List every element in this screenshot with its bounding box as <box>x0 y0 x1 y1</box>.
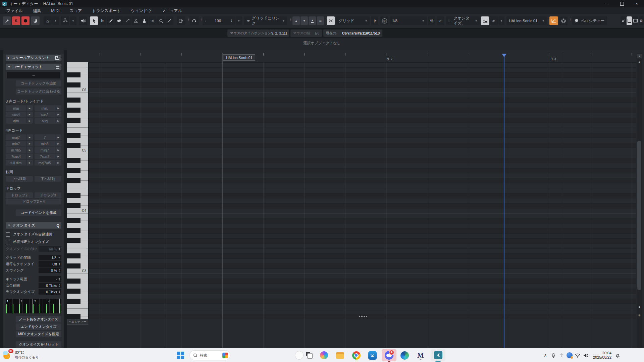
play-chord-icon[interactable]: ▶ <box>27 134 33 140</box>
chord-maj7-button[interactable]: maj7▶ <box>6 134 33 140</box>
window-zones-button[interactable] <box>633 16 638 25</box>
step-input-button[interactable] <box>549 16 558 25</box>
loop-button[interactable] <box>190 16 199 25</box>
medium-button[interactable]: M <box>416 351 425 360</box>
part-borders-dropdown[interactable]: ▼ <box>52 16 59 25</box>
add-chord-track-button[interactable]: コードトラックを追加 <box>16 80 61 86</box>
play-chord-icon[interactable]: ▶ <box>55 118 61 124</box>
acoustic-feedback-button[interactable] <box>31 16 40 25</box>
event-colors-select[interactable]: ベロシティー <box>572 16 607 25</box>
midi-input-options-icon[interactable]: ⋮ <box>569 17 571 22</box>
zoom-tool-button[interactable] <box>157 16 165 25</box>
play-chord-icon[interactable]: ▶ <box>55 134 61 140</box>
insert-velocity-dropdown[interactable]: ▼ <box>235 16 242 25</box>
play-chord-icon[interactable]: ▶ <box>27 141 33 146</box>
chord-min6-button[interactable]: min6▶ <box>35 141 62 146</box>
glue-tool-button[interactable] <box>140 16 148 25</box>
window-layout-button[interactable] <box>627 16 632 25</box>
chord-fulldim-button[interactable]: full dim▶ <box>6 160 33 166</box>
tray-chevron-icon[interactable]: ∧ <box>541 351 549 360</box>
iterative-quantize-button[interactable]: % <box>428 16 435 25</box>
open-in-lower-zone-button[interactable] <box>621 16 626 25</box>
record-in-editor-button[interactable] <box>21 16 30 25</box>
snap-toggle-button[interactable] <box>327 16 335 25</box>
taskbar-app-circle[interactable] <box>294 351 304 360</box>
edit-active-part-button[interactable] <box>61 16 69 25</box>
setup-toolbar-button[interactable]: ⚙ <box>639 16 644 25</box>
quantize-preset-select[interactable]: 1/8▼ <box>390 16 427 25</box>
quantize-ends-button[interactable]: エンドをクオンタイズ <box>16 323 61 330</box>
length-quantize-select[interactable]: L. クオンタイズ.▼ <box>446 16 480 25</box>
maximize-button[interactable] <box>614 0 629 7</box>
play-chord-icon[interactable]: ▶ <box>27 147 33 153</box>
loop-options-icon[interactable]: ⋮ <box>199 17 201 22</box>
mail-button[interactable]: ✉ <box>368 351 377 360</box>
soft-quantize-row[interactable]: 感度指定クオンタイズ <box>6 240 61 244</box>
microphone-icon[interactable] <box>549 351 557 360</box>
layers-view-button[interactable]: ≡ <box>490 16 498 25</box>
scale-assistant-section[interactable]: ▶ スケールアシスタント <box>6 55 61 61</box>
create-chord-event-button[interactable]: コードイベントを作成 <box>16 209 61 216</box>
line-tool-button[interactable] <box>165 16 173 25</box>
zoom-in-icon[interactable]: + <box>637 313 642 318</box>
play-chord-icon[interactable]: ▶ <box>55 112 61 117</box>
velocity-lane-divider[interactable] <box>66 319 637 319</box>
chord-min7-button[interactable]: min7▶ <box>6 141 33 146</box>
list-order-button[interactable]: ≡ <box>317 16 324 25</box>
playhead-line[interactable] <box>504 57 504 348</box>
chord-maj7s5-button[interactable]: maj7/#5▶ <box>35 160 62 166</box>
user-account-icon[interactable] <box>566 351 574 360</box>
strength-field[interactable]: 60 %▲▼ <box>39 246 61 252</box>
menu-manual[interactable]: マニュアル <box>156 8 187 14</box>
lane-resize-handle[interactable] <box>359 316 368 317</box>
chord-m7b5-button[interactable]: m7/b5▶ <box>6 147 33 153</box>
chord-maj-button[interactable]: maj▶ <box>6 105 33 111</box>
weather-widget[interactable]: 9+ 32°C 晴れのちくもり <box>3 350 39 360</box>
minimize-button[interactable] <box>600 0 614 7</box>
zoom-handle-icon[interactable]: ● <box>637 305 642 309</box>
play-chord-icon[interactable]: ▶ <box>55 105 61 111</box>
auto-apply-row[interactable]: クオンタイズを自動適用 <box>6 232 61 237</box>
velocity-lane-label[interactable]: ベロシティー <box>67 319 88 325</box>
quantize-grid-display[interactable]: 1 2 3 4 <box>6 299 61 313</box>
transpose-up-button[interactable]: ▲ <box>309 16 316 25</box>
quantize-lengths-button[interactable]: ノート長をクオンタイズ <box>16 316 61 322</box>
chord-sus2-button[interactable]: sus2▶ <box>35 112 62 117</box>
move-down-inversion-button[interactable]: 下へ移動 <box>35 176 62 182</box>
midi-input-button[interactable] <box>559 16 568 25</box>
wifi-icon[interactable] <box>574 351 582 360</box>
playhead-marker[interactable] <box>502 54 506 57</box>
chord-7-button[interactable]: 7▶ <box>35 134 62 140</box>
velocity-spinner[interactable]: ▲▼ <box>230 19 232 22</box>
freeze-quantize-button[interactable]: MIDI クオンタイズを固定 <box>16 331 61 337</box>
drop2-button[interactable]: ドロップ2 <box>6 192 33 198</box>
chord-edit-section[interactable]: ▼ コードエディット <box>6 64 61 70</box>
chord-dim-button[interactable]: dim▶ <box>6 118 33 124</box>
edited-part-select[interactable]: HALion Sonic 01▼ <box>506 16 547 25</box>
task-view-button[interactable] <box>305 351 314 360</box>
scroll-up-icon[interactable]: ▲ <box>637 60 642 63</box>
rough-quantize-field[interactable]: 0 Ticks▲▼ <box>39 289 61 295</box>
sidebar-divider[interactable] <box>64 50 67 348</box>
split-tool-button[interactable] <box>132 16 140 25</box>
play-chord-icon[interactable]: ▶ <box>55 160 61 166</box>
solo-editor-button[interactable]: S <box>12 16 20 25</box>
erase-tool-button[interactable] <box>115 16 123 25</box>
part-name-chip[interactable]: HALion Sonic 01 <box>223 54 255 61</box>
reset-quantize-button[interactable]: クオンタイズをリセット <box>16 341 61 348</box>
play-chord-icon[interactable]: ▶ <box>27 112 33 117</box>
chord-minj7-button[interactable]: minj7▶ <box>35 147 62 153</box>
insert-velocity-value[interactable]: 100 <box>215 19 221 23</box>
quantize-section[interactable]: ▼ クオンタイズ Q <box>6 222 61 229</box>
drop24-button[interactable]: ドロップ2 + 4 <box>6 199 61 204</box>
chord-aug-button[interactable]: aug▶ <box>35 118 62 124</box>
auto-scroll-button[interactable] <box>177 16 185 25</box>
menu-edit[interactable]: 編集 <box>28 8 46 14</box>
auto-apply-checkbox[interactable] <box>6 232 10 237</box>
range-tool-button[interactable]: I▪ <box>98 16 106 25</box>
copilot-button[interactable] <box>319 351 329 360</box>
chrome-button[interactable] <box>352 351 361 360</box>
menu-midi[interactable]: MIDI <box>46 8 64 13</box>
match-chord-track-button[interactable]: コードトラックに合わせる <box>16 88 61 95</box>
note-grid[interactable] <box>89 62 636 319</box>
